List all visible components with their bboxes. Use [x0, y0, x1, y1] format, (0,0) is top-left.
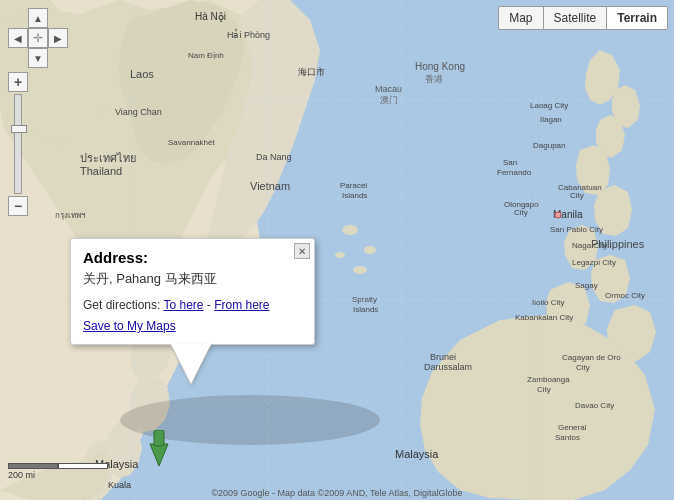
svg-text:Hà Nội: Hà Nội	[195, 11, 226, 22]
svg-text:Laoag City: Laoag City	[530, 101, 568, 110]
svg-text:San: San	[503, 158, 517, 167]
svg-text:Viang Chan: Viang Chan	[115, 107, 162, 117]
to-here-link[interactable]: To here	[163, 298, 203, 312]
popup-save: Save to My Maps	[83, 316, 302, 334]
nav-right-button[interactable]: ▶	[48, 28, 68, 48]
svg-point-36	[555, 212, 561, 218]
svg-text:Naga City: Naga City	[572, 241, 607, 250]
svg-marker-65	[150, 444, 168, 466]
nav-left-button[interactable]: ◀	[8, 28, 28, 48]
svg-text:City: City	[514, 208, 528, 217]
popup-directions: Get directions: To here - From here	[83, 298, 302, 312]
svg-text:San Pablo City: San Pablo City	[550, 225, 603, 234]
popup-close-button[interactable]: ✕	[294, 243, 310, 259]
svg-text:City: City	[576, 363, 590, 372]
svg-text:ประเทศไทย: ประเทศไทย	[80, 152, 136, 164]
svg-text:City: City	[537, 385, 551, 394]
svg-text:Zamboanga: Zamboanga	[527, 375, 570, 384]
navigation-controls: ▲ ◀ ✛ ▶ ▼	[8, 8, 68, 68]
svg-text:Iloilo City: Iloilo City	[532, 298, 564, 307]
zoom-in-button[interactable]: +	[8, 72, 28, 92]
svg-text:Ilagan: Ilagan	[540, 115, 562, 124]
svg-text:Malaysia: Malaysia	[395, 448, 439, 460]
from-here-link[interactable]: From here	[214, 298, 269, 312]
svg-text:Da Nang: Da Nang	[256, 152, 292, 162]
map-type-map-button[interactable]: Map	[499, 7, 543, 29]
nav-empty-br	[48, 48, 68, 68]
nav-down-button[interactable]: ▼	[28, 48, 48, 68]
nav-center-button[interactable]: ✛	[28, 28, 48, 48]
nav-up-button[interactable]: ▲	[28, 8, 48, 28]
svg-text:Ormoc City: Ormoc City	[605, 291, 645, 300]
svg-point-3	[335, 252, 345, 258]
svg-text:กรุงเทพฯ: กรุงเทพฯ	[55, 211, 86, 220]
svg-text:澳门: 澳门	[380, 95, 398, 105]
svg-text:Santos: Santos	[555, 433, 580, 442]
svg-text:Macau: Macau	[375, 84, 402, 94]
svg-text:Islands: Islands	[342, 191, 367, 200]
scale-label: 200 mi	[8, 470, 35, 480]
scale-bar: 200 mi	[8, 463, 108, 480]
svg-text:Vietnam: Vietnam	[250, 180, 290, 192]
zoom-track[interactable]	[14, 94, 22, 194]
svg-text:City: City	[570, 191, 584, 200]
zoom-out-button[interactable]: −	[8, 196, 28, 216]
svg-text:Paracel: Paracel	[340, 181, 367, 190]
svg-text:Dagupan: Dagupan	[533, 141, 565, 150]
directions-prefix: Get directions:	[83, 298, 163, 312]
svg-text:Savannakhét: Savannakhét	[168, 138, 215, 147]
svg-text:Laos: Laos	[130, 68, 154, 80]
svg-point-4	[353, 266, 367, 274]
svg-text:Spratly: Spratly	[352, 295, 377, 304]
map-type-controls: Map Satellite Terrain	[498, 6, 668, 30]
svg-text:Kabankalan City: Kabankalan City	[515, 313, 573, 322]
map-container: Hong Kong 香港 Macau 澳门 Hà Nội Hải Phòng 海…	[0, 0, 674, 500]
popup-title: Address:	[83, 249, 302, 266]
svg-text:Thailand: Thailand	[80, 165, 122, 177]
nav-empty-tr	[48, 8, 68, 28]
svg-text:Islands: Islands	[353, 305, 378, 314]
zoom-thumb[interactable]	[11, 125, 27, 133]
svg-text:香港: 香港	[425, 74, 443, 84]
copyright: ©2009 Google - Map data ©2009 AND, Tele …	[211, 488, 462, 498]
info-popup: ✕ Address: 关丹, Pahang 马来西亚 Get direction…	[70, 238, 315, 345]
map-type-satellite-button[interactable]: Satellite	[544, 7, 608, 29]
svg-text:Kuala: Kuala	[108, 480, 131, 490]
svg-rect-66	[154, 430, 164, 446]
svg-text:Fernando: Fernando	[497, 168, 532, 177]
save-to-my-maps-link[interactable]: Save to My Maps	[83, 319, 176, 333]
zoom-controls: + −	[8, 72, 28, 216]
svg-text:海口市: 海口市	[298, 67, 325, 77]
svg-point-1	[342, 225, 358, 235]
map-type-terrain-button[interactable]: Terrain	[607, 7, 667, 29]
svg-text:Hong Kong: Hong Kong	[415, 61, 465, 72]
svg-text:Hải Phòng: Hải Phòng	[227, 29, 270, 40]
svg-text:Sagay: Sagay	[575, 281, 598, 290]
svg-text:Darussalam: Darussalam	[424, 362, 472, 372]
svg-text:General: General	[558, 423, 587, 432]
svg-text:Davao City: Davao City	[575, 401, 614, 410]
svg-text:Nam Định: Nam Định	[188, 51, 224, 60]
popup-address: 关丹, Pahang 马来西亚	[83, 270, 302, 288]
svg-text:Legazpi City: Legazpi City	[572, 258, 616, 267]
nav-empty-tl	[8, 8, 28, 28]
svg-text:Brunei: Brunei	[430, 352, 456, 362]
marker-icon	[148, 430, 170, 466]
svg-text:Cagayan de Oro: Cagayan de Oro	[562, 353, 621, 362]
svg-point-2	[364, 246, 376, 254]
nav-empty-bl	[8, 48, 28, 68]
directions-separator: -	[204, 298, 215, 312]
